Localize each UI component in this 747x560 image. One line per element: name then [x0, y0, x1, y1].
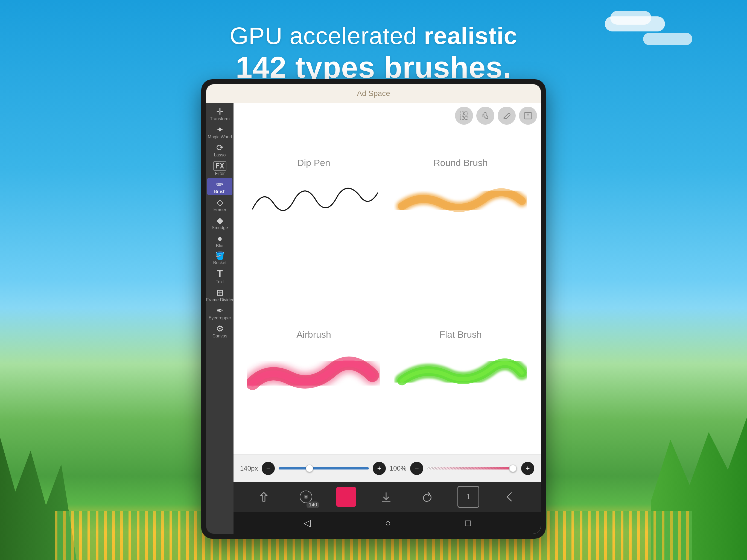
brush-badge: 140	[307, 502, 319, 508]
download-button[interactable]	[375, 486, 397, 508]
headline-line1: GPU accelerated realistic	[0, 22, 747, 50]
tablet-screen: Ad Space ✛ Transform ✦ Magic Wand ⟳ L	[206, 84, 541, 534]
main-area: ✛ Transform ✦ Magic Wand ⟳ Lasso FX Filt…	[206, 103, 541, 534]
left-toolbar: ✛ Transform ✦ Magic Wand ⟳ Lasso FX Filt…	[206, 103, 233, 534]
back-nav-button[interactable]: ◁	[304, 517, 311, 528]
tablet-device: Ad Space ✛ Transform ✦ Magic Wand ⟳ L	[201, 79, 546, 539]
svg-rect-1	[465, 112, 468, 115]
tool-frame-divider[interactable]: ⊞ Frame Divider	[207, 286, 232, 304]
dip-pen-label: Dip Pen	[297, 157, 330, 168]
size-label: 140px	[240, 464, 258, 472]
select-mode-button[interactable]	[455, 107, 473, 125]
size-slider[interactable]	[279, 467, 369, 469]
opacity-slider[interactable]	[427, 467, 517, 469]
eyedropper-icon: ✒	[216, 306, 224, 315]
tool-smudge[interactable]: ◆ Smudge	[207, 214, 232, 231]
tool-canvas[interactable]: ⚙ Canvas	[207, 322, 232, 339]
size-decrease-button[interactable]: −	[262, 462, 275, 475]
svg-rect-2	[460, 116, 463, 120]
opacity-decrease-button[interactable]: −	[410, 462, 423, 475]
magic-wand-icon: ✦	[216, 125, 224, 134]
flat-brush-sample: Flat Brush	[389, 280, 533, 449]
canvas-settings-icon: ⚙	[216, 324, 224, 333]
tool-blur[interactable]: ● Blur	[207, 232, 232, 249]
smudge-icon: ◆	[216, 216, 223, 225]
filter-icon: FX	[213, 161, 226, 171]
tool-lasso[interactable]: ⟳ Lasso	[207, 141, 232, 159]
system-nav-bar: ◁ ○ □	[233, 512, 541, 534]
opacity-label: 100%	[390, 464, 406, 472]
redo-button[interactable]	[416, 486, 438, 508]
ad-space-label: Ad Space	[357, 89, 390, 98]
tool-eraser[interactable]: ◇ Eraser	[207, 196, 232, 213]
bottom-controls: 140px − + 100% − +	[233, 455, 541, 482]
recent-nav-button[interactable]: □	[465, 518, 471, 528]
brush-grid: Dip Pen Round Brush	[233, 103, 541, 455]
selection-action-button[interactable]	[254, 486, 276, 508]
size-increase-button[interactable]: +	[373, 462, 386, 475]
lasso-icon: ⟳	[216, 143, 224, 152]
brush-selector-button[interactable]: 140	[295, 486, 317, 508]
tool-eyedropper[interactable]: ✒ Eyedropper	[207, 304, 232, 322]
import-button[interactable]	[519, 107, 537, 125]
tool-filter[interactable]: FX Filter	[207, 159, 232, 177]
action-bar: 140	[233, 482, 541, 512]
hand-tool-button[interactable]	[476, 107, 494, 125]
svg-point-7	[305, 496, 307, 498]
tool-transform[interactable]: ✛ Transform	[207, 105, 232, 123]
airbrush-label: Airbrush	[297, 329, 331, 340]
color-swatch-button[interactable]	[336, 487, 356, 507]
text-icon: T	[217, 269, 223, 279]
bucket-icon: 🪣	[215, 252, 225, 260]
dip-pen-sample: Dip Pen	[242, 108, 386, 277]
svg-rect-3	[465, 116, 468, 120]
home-nav-button[interactable]: ○	[385, 518, 391, 528]
tool-brush[interactable]: ✏ Brush	[207, 178, 232, 195]
back-action-button[interactable]	[498, 486, 520, 508]
airbrush-sample: Airbrush	[242, 280, 386, 449]
round-brush-label: Round Brush	[433, 157, 488, 168]
flat-brush-stroke	[394, 345, 527, 400]
flat-brush-label: Flat Brush	[439, 329, 482, 340]
headline: GPU accelerated realistic 142 types brus…	[0, 22, 747, 84]
round-brush-sample: Round Brush	[389, 108, 533, 277]
ad-space-bar: Ad Space	[206, 84, 541, 103]
eraser-icon: ◇	[216, 198, 223, 207]
svg-rect-0	[460, 112, 463, 115]
layers-button[interactable]: 1	[458, 486, 479, 508]
tool-text[interactable]: T Text	[207, 267, 232, 285]
tool-magic-wand[interactable]: ✦ Magic Wand	[207, 123, 232, 141]
dip-pen-stroke	[247, 174, 380, 228]
opacity-increase-button[interactable]: +	[521, 462, 534, 475]
brush-icon: ✏	[216, 180, 224, 189]
airbrush-stroke	[247, 345, 380, 400]
edit-tool-button[interactable]	[498, 107, 516, 125]
tool-bucket[interactable]: 🪣 Bucket	[207, 250, 232, 266]
transform-icon: ✛	[216, 107, 224, 116]
canvas-topbar	[455, 107, 537, 125]
round-brush-stroke	[394, 174, 527, 228]
frame-divider-icon: ⊞	[216, 288, 224, 297]
canvas-area: Dip Pen Round Brush	[233, 103, 541, 534]
blur-icon: ●	[217, 234, 222, 243]
